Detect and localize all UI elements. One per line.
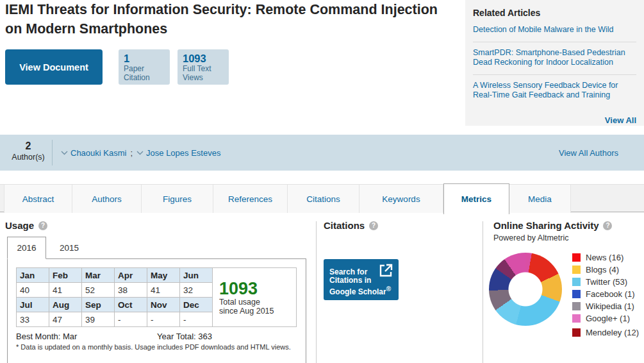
best-month: Best Month: Mar — [16, 332, 157, 341]
total-usage-caption: Total usage since Aug 2015 — [219, 298, 293, 316]
view-document-button[interactable]: View Document — [5, 49, 103, 85]
divider — [52, 140, 53, 165]
author-link[interactable]: Jose Lopes Esteves — [136, 148, 220, 158]
month-header: Oct — [115, 298, 147, 312]
wikipedia-swatch — [572, 302, 581, 310]
author-names: Chaouki Kasmi ; Jose Lopes Esteves — [61, 135, 220, 171]
full-text-views-label: Full Text Views — [183, 65, 224, 82]
month-value: 33 — [17, 312, 49, 327]
table-row: Jan Feb Mar Apr May Jun 1093 Total usage… — [17, 268, 297, 283]
month-header: Aug — [49, 298, 82, 312]
googleplus-swatch — [572, 314, 581, 323]
month-header: Jul — [17, 298, 49, 312]
month-header: Feb — [49, 268, 82, 283]
paper-citation-count: 1 — [124, 53, 165, 65]
month-header: Dec — [180, 298, 213, 312]
sharing-legend: News (16) Blogs (4) Twitter (53) Faceboo… — [572, 253, 639, 341]
usage-section: Usage 2016 2015 Jan Feb Mar Apr May Jun … — [5, 220, 311, 363]
full-text-views-stat[interactable]: 1093 Full Text Views — [178, 49, 229, 85]
chevron-down-icon — [61, 151, 68, 155]
chevron-down-icon — [136, 151, 144, 155]
month-value: 32 — [180, 283, 213, 298]
month-value: 39 — [82, 312, 115, 327]
related-articles-heading: Related Articles — [473, 8, 636, 18]
month-value: 47 — [49, 312, 82, 327]
usage-heading: Usage — [5, 220, 34, 231]
month-value: 40 — [17, 283, 49, 298]
month-value: 52 — [82, 283, 115, 298]
usage-footnote: * Data is updated on a monthly basis. Us… — [16, 343, 306, 351]
author-separator: ; — [130, 148, 133, 158]
citations-heading: Citations — [324, 220, 365, 231]
total-usage-cell: 1093 Total usage since Aug 2015 — [213, 268, 297, 327]
online-sharing-section: Online Sharing Activity Powered by Altme… — [484, 220, 644, 341]
authors-bar: 2 Author(s) Chaouki Kasmi ; Jose Lopes E… — [0, 135, 644, 171]
help-icon[interactable] — [603, 221, 612, 230]
month-header: Nov — [147, 298, 180, 312]
month-value: 41 — [49, 283, 82, 298]
powered-by-altmetric: Powered by Altmetric — [484, 233, 644, 242]
legend-item-wikipedia: Wikipedia (1) — [572, 302, 639, 310]
mendeley-swatch — [572, 328, 581, 337]
year-tab-2015[interactable]: 2015 — [46, 237, 92, 259]
paper-citation-label: Paper Citation — [124, 65, 165, 82]
tab-keywords[interactable]: Keywords — [359, 185, 443, 213]
usage-panel: Jan Feb Mar Apr May Jun 1093 Total usage… — [7, 258, 306, 363]
legend-item-mendeley: Mendeley (12) — [572, 328, 639, 337]
twitter-swatch — [572, 278, 581, 286]
year-tab-2016[interactable]: 2016 — [7, 237, 46, 259]
author-count-label: Author(s) — [9, 153, 47, 162]
month-header: Mar — [82, 268, 115, 283]
usage-year-tabs: 2016 2015 — [7, 237, 311, 259]
related-articles-panel: Related Articles Detection of Mobile Mal… — [465, 0, 644, 126]
help-icon[interactable] — [369, 221, 378, 230]
paper-citation-stat[interactable]: 1 Paper Citation — [119, 49, 170, 85]
tab-abstract[interactable]: Abstract — [4, 185, 72, 213]
total-usage-value: 1093 — [219, 280, 293, 298]
author-count: 2 Author(s) — [9, 140, 47, 162]
tab-references[interactable]: References — [213, 185, 288, 213]
month-header: Sep — [82, 298, 115, 312]
tab-media[interactable]: Media — [509, 185, 571, 213]
blogs-swatch — [572, 266, 581, 274]
tab-figures[interactable]: Figures — [142, 185, 213, 213]
tab-authors[interactable]: Authors — [72, 185, 142, 213]
month-value: - — [115, 312, 147, 327]
citations-section: Citations Search for Citations in Google… — [324, 220, 420, 303]
legend-item-news: News (16) — [572, 253, 639, 262]
month-value: 38 — [115, 283, 147, 298]
month-header: Jan — [17, 268, 49, 283]
news-swatch — [572, 253, 581, 262]
related-article-link[interactable]: Detection of Mobile Malware in the Wild — [473, 19, 636, 42]
related-article-link[interactable]: A Wireless Sensory Feedback Device for R… — [473, 75, 636, 107]
help-icon[interactable] — [38, 221, 47, 230]
legend-item-blogs: Blogs (4) — [572, 266, 639, 274]
related-article-link[interactable]: SmartPDR: Smartphone-Based Pedestrian De… — [473, 42, 636, 75]
tab-metrics[interactable]: Metrics — [443, 183, 509, 214]
online-sharing-heading: Online Sharing Activity — [493, 220, 599, 231]
altmetric-donut[interactable] — [489, 253, 562, 326]
page-title: IEMI Threats for Information Security: R… — [5, 0, 447, 38]
legend-item-googleplus: Google+ (1) — [572, 314, 639, 323]
tab-citations[interactable]: Citations — [288, 185, 359, 213]
usage-table: Jan Feb Mar Apr May Jun 1093 Total usage… — [16, 267, 297, 327]
author-link[interactable]: Chaouki Kasmi — [61, 148, 126, 158]
year-total: Year Total: 363 — [157, 332, 212, 341]
legend-item-twitter: Twitter (53) — [572, 278, 639, 286]
month-header: Apr — [115, 268, 147, 283]
month-value: - — [147, 312, 180, 327]
divider — [316, 221, 317, 363]
full-text-views-count: 1093 — [183, 53, 224, 65]
month-header: Jun — [180, 268, 213, 283]
google-scholar-search-button[interactable]: Search for Citations in Google Scholar® — [324, 259, 399, 300]
google-scholar-button-label: Search for Citations in Google Scholar® — [329, 268, 391, 296]
month-value: - — [180, 312, 213, 327]
divider — [483, 221, 483, 363]
month-header: May — [147, 268, 180, 283]
document-tabs: Abstract Authors Figures References Cita… — [0, 184, 644, 212]
author-count-number: 2 — [9, 140, 47, 153]
legend-item-facebook: Facebook (1) — [572, 290, 639, 298]
view-all-authors-link[interactable]: View All Authors — [559, 148, 618, 158]
related-view-all-link[interactable]: View All — [473, 110, 636, 132]
month-value: 41 — [147, 283, 180, 298]
